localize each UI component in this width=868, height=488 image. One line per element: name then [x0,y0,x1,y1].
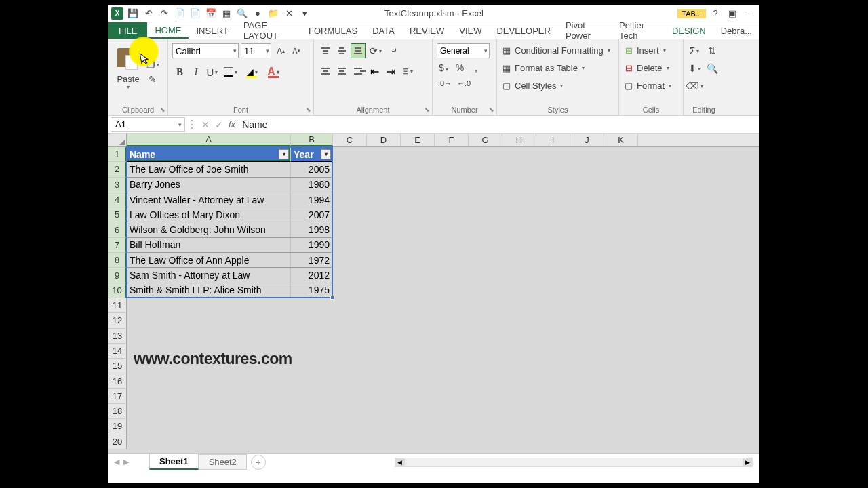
row-header[interactable]: 7 [108,238,127,253]
bold-button[interactable]: B [172,64,187,80]
cell-name[interactable]: Vincent Waller - Attorney at Law [127,192,291,207]
ribbon-options-icon[interactable]: ▣ [725,7,740,20]
spreadsheet-grid[interactable]: A B C D E F G H I J K 123456789101112131… [108,134,760,453]
cell-year[interactable]: 2007 [291,207,333,222]
empty-cell[interactable] [127,419,291,434]
row-header[interactable]: 12 [108,313,127,328]
empty-cell[interactable] [291,373,333,388]
cell-year[interactable]: 1994 [291,192,333,207]
cell-name[interactable]: Bill Hoffman [127,238,291,253]
alignment-launcher-icon[interactable]: ⬊ [425,106,430,113]
empty-cell[interactable] [127,389,291,404]
tab-review[interactable]: REVIEW [402,22,452,39]
scroll-left-icon[interactable]: ◀ [395,458,405,466]
fx-icon[interactable]: fx [229,119,235,129]
row-header[interactable]: 9 [108,268,127,283]
row-header[interactable]: 18 [108,404,127,419]
underline-button[interactable]: U▾ [205,64,220,80]
tab-developer[interactable]: DEVELOPER [489,22,557,39]
sort-filter-icon[interactable]: ⇅ [705,44,719,58]
cell-name[interactable]: Law Offices of Mary Dixon [127,207,291,222]
empty-cell[interactable] [291,344,333,359]
column-header-j[interactable]: J [570,134,604,146]
sheet-tab-1[interactable]: Sheet1 [149,453,199,470]
empty-cell[interactable] [291,313,333,328]
preview-icon[interactable]: 🔍 [235,7,249,20]
globe-icon[interactable]: ● [251,7,264,20]
borders-button[interactable]: ▾ [221,64,240,80]
empty-cell[interactable] [127,298,291,313]
number-launcher-icon[interactable]: ⬊ [489,106,494,113]
empty-cell[interactable] [127,404,291,419]
row-header[interactable]: 2 [108,162,127,177]
sheet-nav[interactable]: ◀▶ [108,458,149,466]
help-icon[interactable]: ? [708,7,723,20]
wrap-text-icon[interactable]: ⤶ [386,43,402,58]
cancel-formula-icon[interactable]: ✕ [199,119,212,130]
empty-cell[interactable] [127,329,291,344]
column-header-c[interactable]: C [333,134,367,146]
empty-cell[interactable] [127,373,291,388]
tab-page-layout[interactable]: PAGE LAYOUT [236,22,301,39]
cell-year[interactable]: 2005 [291,162,333,177]
align-middle-icon[interactable] [334,43,349,58]
row-header[interactable]: 10 [108,283,127,298]
sheet-tab-2[interactable]: Sheet2 [199,454,247,470]
new-sheet-button[interactable]: + [251,455,266,470]
insert-cells-button[interactable]: ⊞Insert▾ [623,42,679,58]
cell-name[interactable]: Sam Smith - Attorney at Law [127,268,291,283]
font-color-button[interactable]: A▾ [263,64,283,80]
column-header-h[interactable]: H [502,134,536,146]
folder-icon[interactable]: 📁 [267,7,280,20]
row-header[interactable]: 1 [108,147,127,162]
cell-name[interactable]: Barry Jones [127,178,291,192]
align-bottom-icon[interactable] [351,43,366,58]
number-format-dropdown[interactable]: General▾ [437,43,490,58]
column-header-i[interactable]: I [536,134,570,146]
column-header-a[interactable]: A [127,134,291,146]
format-painter-icon[interactable]: ✎ [141,72,164,87]
increase-font-icon[interactable]: A▴ [273,43,288,58]
empty-cell[interactable] [291,329,333,344]
increase-decimal-icon[interactable]: .0→ [437,77,453,89]
cell-name[interactable]: The Law Office of Ann Apple [127,253,291,268]
sheet-prev-icon[interactable]: ◀ [114,458,119,466]
sheet-next-icon[interactable]: ▶ [123,458,129,466]
cell-year[interactable]: 1975 [291,283,333,298]
row-header[interactable]: 19 [108,419,127,434]
calendar-icon[interactable]: 📅 [204,7,218,20]
decrease-font-icon[interactable]: A▾ [289,43,304,58]
format-as-table-button[interactable]: ▦Format as Table▾ [501,60,614,76]
column-header-f[interactable]: F [435,134,469,146]
column-header-d[interactable]: D [367,134,401,146]
tab-view[interactable]: VIEW [452,22,489,39]
row-header[interactable]: 6 [108,222,127,237]
find-select-icon[interactable]: 🔍 [705,62,719,75]
filter-dropdown-year-icon[interactable]: ▾ [321,149,331,159]
cell-year[interactable]: 1998 [291,222,333,237]
cell-year[interactable]: 1972 [291,253,333,268]
tab-home[interactable]: HOME [147,22,189,39]
align-left-icon[interactable] [318,64,333,79]
table-header-year[interactable]: Year ▾ [291,147,333,162]
table-header-name[interactable]: Name ▾ [127,147,291,162]
name-box[interactable]: A1▾ [111,117,185,132]
column-header-k[interactable]: K [604,134,638,146]
font-name-dropdown[interactable]: Calibri▾ [172,43,239,58]
empty-cell[interactable] [127,313,291,328]
paste-dropdown-icon[interactable]: ▾ [127,84,130,90]
empty-cell[interactable] [291,404,333,419]
delete-cells-button[interactable]: ⊟Delete▾ [623,60,679,76]
align-right-icon[interactable] [351,64,366,79]
empty-cell[interactable] [127,434,291,449]
refresh-icon[interactable]: ▦ [220,7,233,20]
open-file-icon[interactable]: 📄 [189,7,202,20]
enter-formula-icon[interactable]: ✓ [212,119,226,130]
font-size-dropdown[interactable]: 11▾ [241,43,271,58]
cell-styles-button[interactable]: ▢Cell Styles▾ [501,77,614,94]
cell-name[interactable]: Wilson & Goldberg: John Wilson [127,222,291,237]
save-icon[interactable]: 💾 [126,7,140,20]
redo-icon[interactable]: ↷ [157,7,171,20]
cell-name[interactable]: The Law Office of Joe Smith [127,162,291,177]
decrease-indent-icon[interactable]: ⇤ [367,64,382,79]
